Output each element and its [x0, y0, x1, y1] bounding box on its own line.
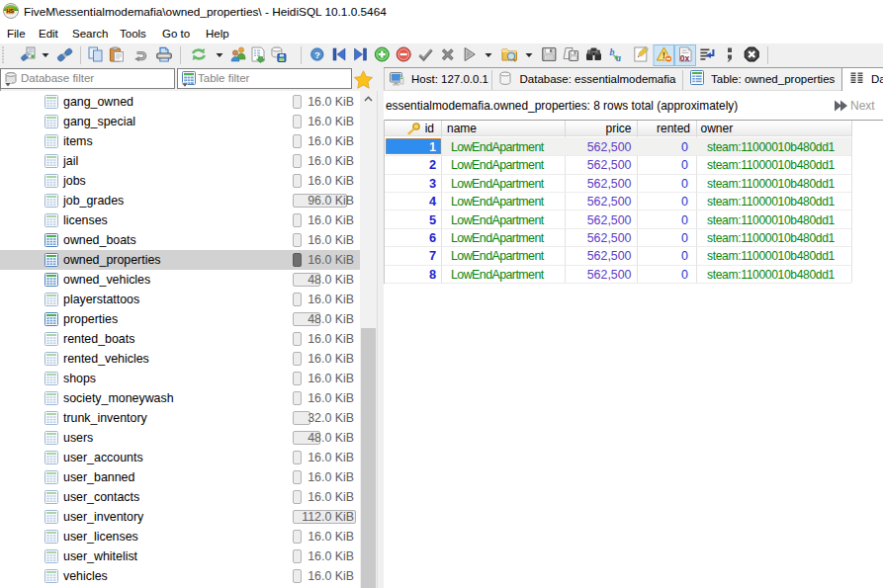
svg-text:HS: HS [6, 8, 14, 14]
svg-text:?: ? [314, 49, 320, 60]
svg-text:0x: 0x [680, 53, 690, 63]
